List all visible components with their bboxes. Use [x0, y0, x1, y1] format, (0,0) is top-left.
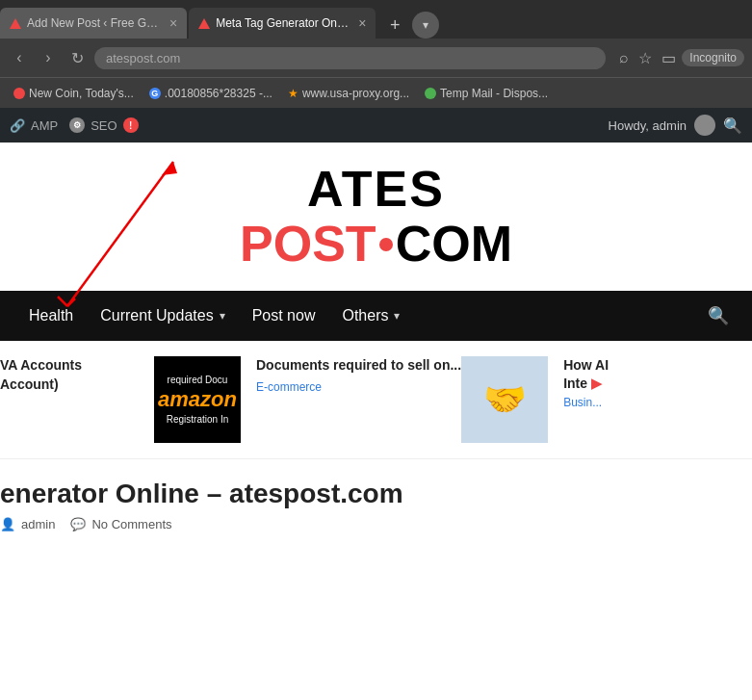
- tab-bar: Add New Post ‹ Free Guest × Meta Tag Gen…: [0, 0, 752, 39]
- seo-label: SEO: [91, 118, 117, 133]
- wp-search-icon[interactable]: 🔍: [723, 117, 742, 135]
- page-title-section: enerator Online – atespost.com 👤 admin 💬…: [0, 459, 752, 539]
- tab-2-label: Meta Tag Generator Online...: [216, 16, 350, 30]
- tab-1-label: Add New Post ‹ Free Guest: [27, 16, 162, 30]
- bookmark-4[interactable]: Temp Mail - Dispos...: [419, 85, 554, 102]
- card-2-text: Documents required to sell on... E-comme…: [248, 356, 461, 393]
- site-nav: Health Current Updates ▾ Post now Others…: [0, 291, 752, 341]
- page-meta: 👤 admin 💬 No Comments: [0, 517, 737, 531]
- wp-amp-item[interactable]: 🔗 AMP: [10, 118, 58, 133]
- card-2-thumb-amazon: amazon: [158, 387, 237, 412]
- nav-current-updates[interactable]: Current Updates ▾: [87, 291, 238, 341]
- seo-circle-icon: ⚙: [69, 117, 85, 133]
- card-item-3[interactable]: 🤝 How AIInte ▶ Busin...: [461, 356, 673, 443]
- back-button[interactable]: ‹: [8, 49, 31, 66]
- card-3-thumb-icon: 🤝: [483, 379, 527, 420]
- card-3-text: How AIInte ▶ Busin...: [556, 356, 673, 408]
- nav-health-label: Health: [29, 307, 73, 324]
- svg-marker-1: [162, 162, 177, 175]
- forward-button[interactable]: ›: [37, 49, 60, 66]
- wp-seo-item[interactable]: ⚙ SEO !: [69, 117, 138, 133]
- current-updates-dropdown-icon: ▾: [220, 309, 225, 323]
- browser-chrome: Add New Post ‹ Free Guest × Meta Tag Gen…: [0, 0, 752, 108]
- card-2-thumbnail: required Docu amazon Registration In: [154, 356, 241, 443]
- bookmark-2-label: .00180856*28325 -...: [165, 87, 272, 100]
- nav-current-updates-label: Current Updates: [100, 307, 213, 324]
- wp-admin-right: Howdy, admin 🔍: [609, 115, 742, 136]
- amp-label: AMP: [31, 118, 58, 133]
- nav-post-now-label: Post now: [252, 307, 316, 324]
- comments-text: No Comments: [91, 517, 171, 531]
- logo-ates: ATES: [240, 162, 512, 217]
- search-icon[interactable]: ⌕: [619, 49, 629, 66]
- cards-row: VA AccountsAccount) required Docu amazon…: [0, 341, 752, 459]
- card-3-category[interactable]: Busin...: [563, 396, 673, 409]
- tab-1[interactable]: Add New Post ‹ Free Guest ×: [0, 8, 187, 39]
- nav-others-label: Others: [342, 307, 388, 324]
- card-item-2[interactable]: required Docu amazon Registration In Doc…: [154, 356, 461, 443]
- author-icon: 👤: [0, 517, 15, 531]
- comment-icon: 💬: [70, 517, 86, 531]
- others-dropdown-icon: ▾: [394, 309, 400, 323]
- tab-1-favicon: [10, 18, 21, 29]
- nav-health[interactable]: Health: [15, 291, 87, 341]
- wp-admin-left: 🔗 AMP ⚙ SEO !: [10, 117, 139, 133]
- nav-post-now[interactable]: Post now: [239, 291, 329, 341]
- meta-comments[interactable]: 💬 No Comments: [70, 517, 171, 531]
- url-text: atespost.com: [106, 51, 180, 65]
- card-2-title: Documents required to sell on...: [256, 356, 461, 374]
- card-item-1[interactable]: VA AccountsAccount): [0, 356, 154, 394]
- site-logo[interactable]: ATES POST COM: [240, 162, 512, 272]
- bookmark-star-icon[interactable]: ☆: [638, 49, 652, 67]
- bookmark-3-label: www.usa-proxy.org...: [302, 87, 409, 100]
- card-3-thumbnail: 🤝: [461, 356, 548, 443]
- nav-others[interactable]: Others ▾: [328, 291, 413, 341]
- logo-post: POST: [240, 217, 376, 272]
- tab-2[interactable]: Meta Tag Generator Online... ×: [189, 8, 376, 39]
- card-2-category[interactable]: E-commerce: [256, 380, 461, 394]
- new-tab-button[interactable]: +: [381, 12, 408, 39]
- bookmark-1-label: New Coin, Today's...: [29, 87, 134, 100]
- nav-search-icon[interactable]: 🔍: [700, 305, 737, 326]
- tab-1-close[interactable]: ×: [169, 15, 177, 31]
- howdy-text: Howdy, admin: [609, 118, 687, 133]
- card-3-title: How AIInte ▶: [563, 356, 673, 391]
- site-header: ATES POST COM: [0, 143, 752, 291]
- tab-2-close[interactable]: ×: [358, 15, 366, 31]
- meta-author[interactable]: 👤 admin: [0, 517, 55, 531]
- bookmark-4-label: Temp Mail - Dispos...: [440, 87, 548, 100]
- card-2-thumb-line3: Registration In: [167, 414, 228, 425]
- tab-2-favicon: [198, 18, 210, 29]
- bookmark-3[interactable]: ★ www.usa-proxy.org...: [282, 85, 415, 102]
- seo-alert-badge: !: [123, 117, 139, 133]
- logo-post-row: POST COM: [240, 217, 512, 272]
- author-name: admin: [21, 517, 55, 531]
- logo-com: COM: [396, 217, 512, 272]
- incognito-button[interactable]: Incognito: [682, 49, 744, 66]
- bookmark-2[interactable]: G .00180856*28325 -...: [143, 85, 278, 102]
- svg-line-0: [67, 162, 173, 306]
- wp-admin-bar: 🔗 AMP ⚙ SEO ! Howdy, admin 🔍: [0, 108, 752, 143]
- page-content: ATES POST COM Health Current Updates ▾ P…: [0, 143, 752, 539]
- page-title: enerator Online – atespost.com: [0, 479, 737, 509]
- bookmarks-bar: New Coin, Today's... G .00180856*28325 -…: [0, 77, 752, 108]
- admin-avatar[interactable]: [694, 115, 715, 136]
- logo-dot: [379, 238, 393, 251]
- tab-overflow-button[interactable]: ▾: [412, 12, 439, 39]
- reload-button[interactable]: ↻: [65, 49, 89, 67]
- cast-icon[interactable]: ▭: [661, 49, 676, 67]
- card-1-title: VA AccountsAccount): [0, 356, 82, 394]
- bookmark-1[interactable]: New Coin, Today's...: [8, 85, 140, 102]
- omnibox-icons: ⌕ ☆ ▭: [619, 49, 676, 67]
- card-2-thumb-line1: required Docu: [168, 375, 228, 385]
- address-bar-row: ‹ › ↻ atespost.com ⌕ ☆ ▭ Incognito: [0, 39, 752, 77]
- address-bar[interactable]: atespost.com: [94, 47, 606, 69]
